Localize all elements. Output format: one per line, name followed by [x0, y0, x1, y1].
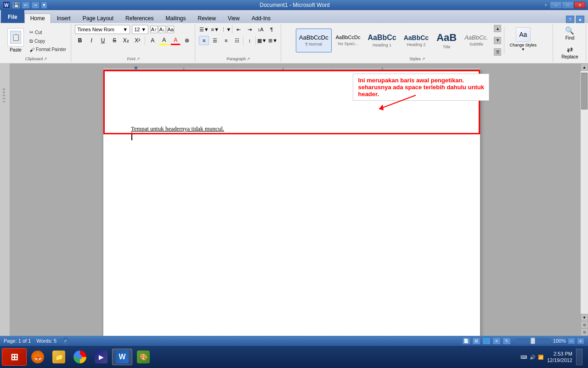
proofing-icon[interactable]: ✓	[62, 337, 69, 345]
close-button[interactable]: ✕	[574, 2, 585, 8]
save-quick-btn[interactable]: 💾	[12, 1, 20, 9]
title-style-item[interactable]: AaB Title	[433, 29, 460, 52]
taskbar-media[interactable]: ▶	[91, 349, 111, 365]
superscript-button[interactable]: X²	[132, 36, 142, 45]
align-left-button[interactable]: ≡	[199, 36, 209, 45]
tab-references[interactable]: References	[119, 13, 159, 23]
show-marks-button[interactable]: ¶	[266, 25, 277, 34]
font-color-button[interactable]: A	[170, 36, 181, 45]
styles-expand-btn[interactable]: ↗	[422, 57, 425, 61]
strikethrough-button[interactable]: S	[109, 36, 119, 45]
font-shrink-button[interactable]: A↓	[158, 26, 166, 33]
decrease-indent-button[interactable]: ⇤	[233, 25, 243, 34]
justify-button[interactable]: ☷	[232, 36, 242, 45]
show-desktop-button[interactable]	[576, 349, 582, 365]
web-view-button[interactable]: 🌐	[482, 337, 491, 345]
clipboard-expand-btn[interactable]: ↗	[44, 57, 47, 61]
tab-home[interactable]: Home	[24, 13, 51, 23]
numbering-button[interactable]: ≡▼	[210, 25, 220, 34]
copy-button[interactable]: ⧉ Copy	[28, 37, 68, 45]
ribbon-help-btn[interactable]: ?	[566, 16, 574, 23]
change-styles-button[interactable]: Aа Change Styles ▼	[507, 25, 539, 56]
start-button[interactable]: ⊞	[2, 348, 27, 366]
zoom-out-button[interactable]: −	[568, 338, 575, 344]
find-button[interactable]: 🔍 Find	[563, 25, 577, 42]
paste-button[interactable]: 📋 Paste	[5, 27, 27, 54]
clear-formatting-button[interactable]: ⊗	[182, 36, 192, 45]
line-spacing-button[interactable]: ↕	[244, 36, 254, 45]
doc-scroll-area[interactable]: ·1·2·3· Ini merupakan baris awal pengeti…	[10, 63, 581, 336]
customize-quick-btn[interactable]: ▼	[41, 1, 47, 9]
tab-insert[interactable]: Insert	[51, 13, 77, 23]
cut-button[interactable]: ✂ Cut	[28, 29, 68, 36]
change-case-button[interactable]: Aa	[167, 26, 174, 33]
clock: 2:53 PM 12/19/2012	[547, 351, 572, 364]
increase-indent-button[interactable]: ⇥	[244, 25, 254, 34]
tab-mailings[interactable]: Mailings	[159, 13, 192, 23]
print-view-button[interactable]: 📄	[462, 337, 470, 345]
full-screen-button[interactable]: ⊞	[472, 337, 481, 345]
redo-quick-btn[interactable]: ↪	[31, 1, 40, 9]
zoom-in-button[interactable]: +	[577, 338, 584, 344]
scroll-up-button[interactable]: ▲	[581, 63, 588, 71]
italic-button[interactable]: I	[86, 36, 96, 45]
paragraph-expand-btn[interactable]: ↗	[247, 57, 250, 61]
taskbar-word[interactable]: W	[112, 349, 132, 365]
text-highlight-button[interactable]: A	[159, 36, 169, 45]
scroll-prev-page[interactable]: ⊙	[581, 321, 588, 328]
tab-addins[interactable]: Add-Ins	[246, 13, 277, 23]
sort-button[interactable]: ↕A	[255, 25, 266, 34]
maximize-button[interactable]: □	[562, 2, 573, 8]
align-right-button[interactable]: ≡	[221, 36, 231, 45]
borders-button[interactable]: ⊞▼	[268, 36, 278, 45]
replace-button[interactable]: ⇄ Replace	[559, 44, 581, 61]
taskbar-explorer[interactable]: 📁	[49, 349, 69, 365]
minimize-button[interactable]: ─	[550, 2, 561, 8]
nospace-style-item[interactable]: AaBbCcDc No Spaci...	[333, 29, 364, 52]
font-name-dropdown[interactable]: Times New Rom ▼	[75, 25, 130, 34]
tab-page-layout[interactable]: Page Layout	[77, 13, 119, 23]
heading2-style-item[interactable]: AaBbCc Heading 2	[401, 29, 432, 52]
subtitle-style-item[interactable]: AaBbCc. Subtitle	[461, 29, 491, 52]
styles-scroll-up[interactable]: ▲	[494, 25, 501, 32]
word-document[interactable]: Ini merupakan baris awal pengetikan. seh…	[103, 70, 480, 336]
font-size-dropdown[interactable]: 12 ▼	[132, 25, 148, 34]
scroll-track	[581, 71, 588, 314]
taskbar-paint[interactable]: 🎨	[133, 349, 153, 365]
undo-quick-btn[interactable]: ↩	[22, 1, 30, 9]
tab-file[interactable]: File	[1, 10, 24, 23]
tab-view[interactable]: View	[222, 13, 246, 23]
zoom-slider[interactable]	[514, 338, 551, 344]
heading1-style-item[interactable]: AaBbCc Heading 1	[364, 29, 399, 52]
bold-button[interactable]: B	[75, 36, 85, 45]
document-content[interactable]: Tempat untuk headernya tidak muncul.	[131, 125, 452, 132]
styles-scroll-down[interactable]: ▼	[494, 37, 501, 44]
volume-icon: 🔊	[530, 355, 535, 360]
ribbon-toggle-btn[interactable]: ▲	[576, 16, 584, 23]
normal-style-item[interactable]: AaBbCcDc ¶ Normal	[296, 29, 332, 52]
scroll-down-button[interactable]: ▼	[581, 314, 588, 321]
font-grow-button[interactable]: A↑	[150, 26, 158, 33]
shading-button[interactable]: ▦▼	[257, 36, 267, 45]
font-group-content: Times New Rom ▼ 12 ▼ A↑ A↓ Aa B I U S X₂	[75, 25, 192, 56]
doc-layout: 1 2 3 4 5 ·1·2·3· Ini merupakan baris aw…	[0, 63, 588, 336]
styles-expand[interactable]: ☰	[494, 48, 501, 56]
scroll-next-page[interactable]: ⊙	[581, 328, 588, 336]
format-painter-button[interactable]: 🖌 Format Painter	[28, 46, 68, 53]
tab-review[interactable]: Review	[192, 13, 221, 23]
bullets-button[interactable]: ☰▼	[199, 25, 209, 34]
taskbar-chrome[interactable]	[70, 349, 90, 365]
scroll-thumb[interactable]	[581, 73, 588, 109]
taskbar-firefox[interactable]: 🦊	[28, 349, 48, 365]
multilevel-button[interactable]: ⋮▼	[221, 25, 231, 34]
draft-view-button[interactable]: ✎	[503, 337, 511, 345]
scissors-icon: ✂	[29, 29, 34, 35]
align-center-button[interactable]: ☰	[210, 36, 220, 45]
font-expand-btn[interactable]: ↗	[136, 57, 140, 61]
subscript-button[interactable]: X₂	[121, 36, 131, 45]
status-bar: Page: 1 of 1 Words: 5 ✓ 📄 ⊞ 🌐 ≡ ✎ 100% −…	[0, 336, 588, 346]
underline-button[interactable]: U	[98, 36, 108, 45]
help-icon[interactable]: ?	[542, 2, 549, 8]
outline-view-button[interactable]: ≡	[492, 337, 501, 345]
text-effects-button[interactable]: A	[147, 36, 158, 45]
